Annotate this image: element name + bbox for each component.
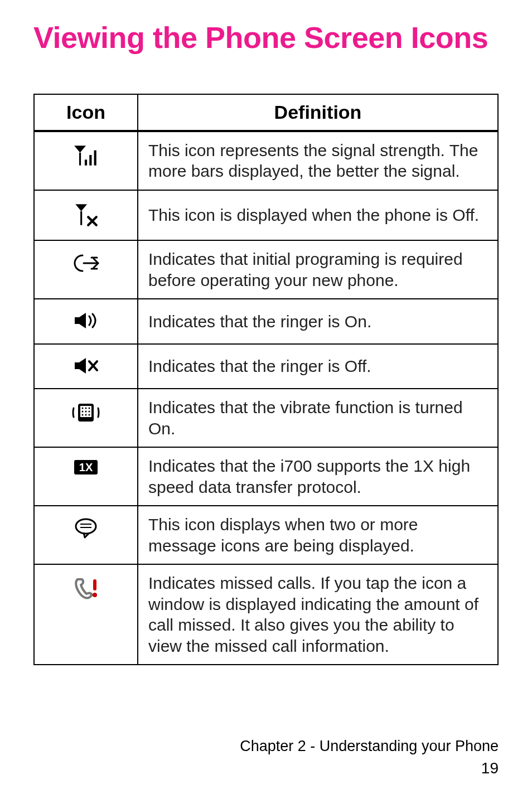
table-row: Indicates that the ringer is On. [34,299,498,344]
icon-cell [34,299,138,344]
definition-cell: Indicates that the ringer is Off. [138,344,498,389]
definition-cell: Indicates that the ringer is On. [138,299,498,344]
page-footer: Chapter 2 - Understanding your Phone 19 [240,736,499,779]
ringer-off-icon [72,361,99,379]
definition-cell: Indicates that initial programing is req… [138,240,498,299]
column-header-icon: Icon [34,94,138,131]
definition-cell: This icon represents the signal strength… [138,131,498,190]
icon-cell [34,131,138,190]
definition-cell: This icon displays when two or more mess… [138,506,498,564]
definition-cell: Indicates missed calls. If you tap the i… [138,564,498,665]
table-row: Indicates that the i700 supports the 1X … [34,447,498,506]
vibrate-on-icon [70,410,101,428]
definition-cell: Indicates that the i700 supports the 1X … [138,447,498,506]
ringer-on-icon [72,316,99,334]
column-header-definition: Definition [138,94,498,131]
icon-cell [34,389,138,447]
messages-icon [74,525,98,543]
table-row: Indicates that the vibrate function is t… [34,389,498,447]
icon-cell [34,240,138,299]
definition-cell: Indicates that the vibrate function is t… [138,389,498,447]
table-row: This icon represents the signal strength… [34,131,498,190]
programming-required-icon [71,259,100,278]
icon-definitions-table: Icon Definition This icon represents the… [33,94,499,665]
missed-calls-icon [73,585,99,604]
icon-cell [34,564,138,665]
table-row: Indicates that the ringer is Off. [34,344,498,389]
icon-cell [34,190,138,241]
table-row: This icon is displayed when the phone is… [34,190,498,241]
table-header-row: Icon Definition [34,94,498,131]
phone-off-icon [72,212,100,231]
chapter-label: Chapter 2 - Understanding your Phone [240,736,499,757]
icon-cell [34,344,138,389]
table-row: Indicates that initial programing is req… [34,240,498,299]
table-row: Indicates missed calls. If you tap the i… [34,564,498,665]
page-number: 19 [240,757,499,779]
icon-cell [34,447,138,506]
definition-cell: This icon is displayed when the phone is… [138,190,498,241]
document-page: Viewing the Phone Screen Icons Icon Defi… [0,0,532,799]
page-title: Viewing the Phone Screen Icons [33,20,499,55]
one-x-icon [73,461,99,479]
table-row: This icon displays when two or more mess… [34,506,498,564]
icon-cell [34,506,138,564]
signal-icon [72,153,100,171]
